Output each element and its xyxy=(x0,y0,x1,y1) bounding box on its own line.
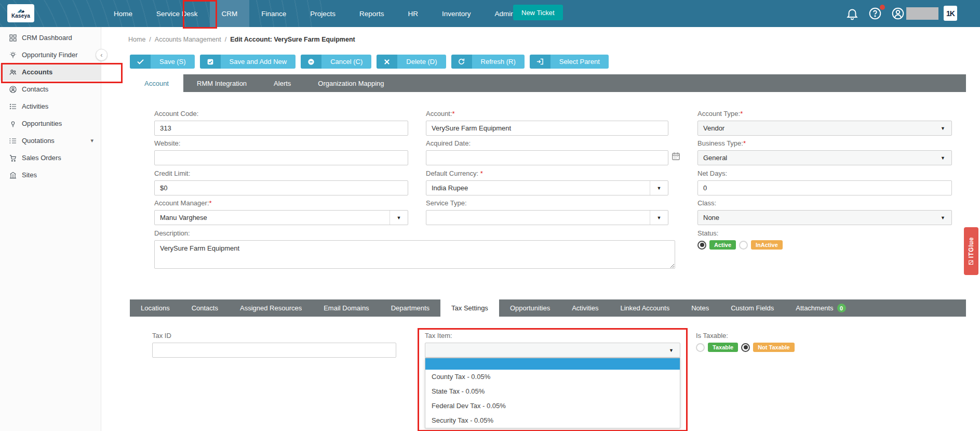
service-type-select[interactable]: ▼ xyxy=(426,210,668,225)
account-detail-tabs: Account RMM Integration Alerts Organizat… xyxy=(130,74,966,92)
tab-email-domains[interactable]: Email Domains xyxy=(313,299,380,317)
nav-item-hr[interactable]: HR xyxy=(396,0,430,27)
tax-item-option[interactable]: Security Tax - 0.05% xyxy=(425,413,680,428)
status-active-badge[interactable]: Active xyxy=(709,240,736,250)
tab-alerts[interactable]: Alerts xyxy=(260,74,304,92)
sidebar-item-sales-orders[interactable]: Sales Orders xyxy=(0,149,101,166)
taxable-radio[interactable] xyxy=(696,343,705,352)
sidebar-item-accounts[interactable]: Accounts xyxy=(0,63,101,81)
refresh-button[interactable]: Refresh (R) xyxy=(451,55,525,69)
tab-attachments[interactable]: Attachments 0 xyxy=(785,299,856,317)
tax-item-option-blank[interactable] xyxy=(425,358,680,370)
action-toolbar: Save (S) Save and Add New Cancel (C) Del… xyxy=(130,55,609,69)
nav-item-projects[interactable]: Projects xyxy=(298,0,347,27)
not-taxable-badge[interactable]: Not Taxable xyxy=(753,343,795,352)
sidebar-item-opportunities[interactable]: Opportunities xyxy=(0,115,101,132)
status-inactive-radio[interactable] xyxy=(739,241,748,250)
sidebar-item-quotations[interactable]: Quotations ▾ xyxy=(0,132,101,149)
dropdown-arrow-icon[interactable]: ▼ xyxy=(650,181,668,195)
sidebar-item-label: Sites xyxy=(22,171,37,179)
description-textarea[interactable]: VerySure Farm Equipment xyxy=(154,240,675,269)
tab-assigned-resources[interactable]: Assigned Resources xyxy=(229,299,313,317)
default-currency-select[interactable]: India Rupee ▼ xyxy=(426,180,668,195)
kaseya-logo[interactable]: Kaseya xyxy=(7,4,34,22)
not-taxable-radio[interactable] xyxy=(741,343,750,352)
tax-item-select[interactable]: ▼ xyxy=(425,343,680,358)
activities-list-icon xyxy=(9,102,17,111)
calendar-icon[interactable] xyxy=(671,151,681,161)
taxable-badge[interactable]: Taxable xyxy=(708,343,738,352)
account-type-select[interactable]: Vendor ▼ xyxy=(697,121,952,136)
tax-item-option[interactable]: State Tax - 0.05% xyxy=(425,384,680,399)
tab-rmm-integration[interactable]: RMM Integration xyxy=(183,74,260,92)
account-code-label: Account Code: xyxy=(154,110,408,117)
status-field: Status: Active InActive xyxy=(697,229,952,250)
account-code-input[interactable] xyxy=(154,121,408,136)
sidebar-item-opportunity-finder[interactable]: Opportunity Finder xyxy=(0,46,101,63)
nav-item-home[interactable]: Home xyxy=(102,0,144,27)
class-field: Class: None ▼ xyxy=(697,199,952,225)
tab-tax-settings[interactable]: Tax Settings xyxy=(440,299,499,317)
nav-item-service-desk[interactable]: Service Desk xyxy=(144,0,210,27)
quotations-list-icon xyxy=(9,137,17,145)
new-ticket-button[interactable]: New Ticket xyxy=(513,5,563,20)
user-avatar-icon[interactable] xyxy=(891,7,905,20)
status-active-radio[interactable] xyxy=(697,241,706,250)
tab-departments[interactable]: Departments xyxy=(380,299,440,317)
net-days-label: Net Days: xyxy=(697,169,952,177)
tax-item-option[interactable]: Federal Dev Tax - 0.05% xyxy=(425,399,680,413)
nav-item-crm[interactable]: CRM xyxy=(210,0,250,27)
save-and-add-new-button[interactable]: Save and Add New xyxy=(200,55,296,69)
website-input[interactable] xyxy=(154,150,408,165)
account-type-field: Account Type:* Vendor ▼ xyxy=(697,110,952,136)
sidebar-item-crm-dashboard[interactable]: CRM Dashboard xyxy=(0,29,101,46)
status-inactive-badge[interactable]: InActive xyxy=(751,240,783,250)
net-days-input[interactable] xyxy=(697,180,952,195)
sidebar-collapse-button[interactable]: ‹ xyxy=(96,49,108,61)
account-name-label: Account:* xyxy=(426,110,668,117)
delete-button-label: Delete (D) xyxy=(397,55,446,69)
credit-limit-input[interactable] xyxy=(154,180,408,195)
kaseya-logo-text: Kaseya xyxy=(11,14,30,19)
class-select[interactable]: None ▼ xyxy=(697,210,952,225)
select-parent-button[interactable]: Select Parent xyxy=(530,55,609,69)
kaseya-logo-icon xyxy=(17,8,25,14)
business-type-select[interactable]: General ▼ xyxy=(697,150,952,165)
tax-item-label: Tax Item: xyxy=(425,332,680,339)
acquired-date-field: Acquired Date: xyxy=(426,139,668,165)
account-name-field: Account:* xyxy=(426,110,668,136)
accounts-people-icon xyxy=(9,68,17,76)
nav-item-finance[interactable]: Finance xyxy=(249,0,298,27)
acquired-date-input[interactable] xyxy=(426,150,668,165)
account-name-input[interactable] xyxy=(426,121,668,136)
help-notification-dot xyxy=(880,5,885,10)
save-button[interactable]: Save (S) xyxy=(130,55,195,69)
tab-contacts[interactable]: Contacts xyxy=(181,299,229,317)
notifications-bell-icon[interactable] xyxy=(845,7,859,20)
tab-custom-fields[interactable]: Custom Fields xyxy=(720,299,785,317)
tax-item-option[interactable]: County Tax - 0.05% xyxy=(425,370,680,384)
dropdown-arrow-icon[interactable]: ▼ xyxy=(390,211,408,225)
sidebar-item-sites[interactable]: Sites xyxy=(0,166,101,184)
tab-organization-mapping[interactable]: Organization Mapping xyxy=(304,74,397,92)
tab-locations[interactable]: Locations xyxy=(130,299,181,317)
tab-linked-accounts[interactable]: Linked Accounts xyxy=(610,299,681,317)
sidebar-item-activities[interactable]: Activities xyxy=(0,98,101,115)
tab-account[interactable]: Account xyxy=(130,74,183,92)
sidebar-item-contacts[interactable]: Contacts xyxy=(0,81,101,98)
account-manager-select[interactable]: Manu Varghese ▼ xyxy=(154,210,408,225)
dropdown-arrow-icon: ▼ xyxy=(941,126,945,131)
dropdown-arrow-icon[interactable]: ▼ xyxy=(650,211,668,225)
breadcrumb-home[interactable]: Home xyxy=(128,36,145,43)
breadcrumb-accounts-management[interactable]: Accounts Management xyxy=(155,36,221,43)
tax-id-input[interactable] xyxy=(152,343,396,358)
tab-activities[interactable]: Activities xyxy=(561,299,609,317)
save-button-label: Save (S) xyxy=(151,55,195,69)
nav-item-reports[interactable]: Reports xyxy=(347,0,396,27)
tab-notes[interactable]: Notes xyxy=(680,299,720,317)
itglue-side-tab[interactable]: ITGlue xyxy=(964,227,978,275)
delete-button[interactable]: Delete (D) xyxy=(377,55,446,69)
tab-opportunities[interactable]: Opportunities xyxy=(499,299,561,317)
nav-item-inventory[interactable]: Inventory xyxy=(430,0,483,27)
cancel-button[interactable]: Cancel (C) xyxy=(301,55,371,69)
